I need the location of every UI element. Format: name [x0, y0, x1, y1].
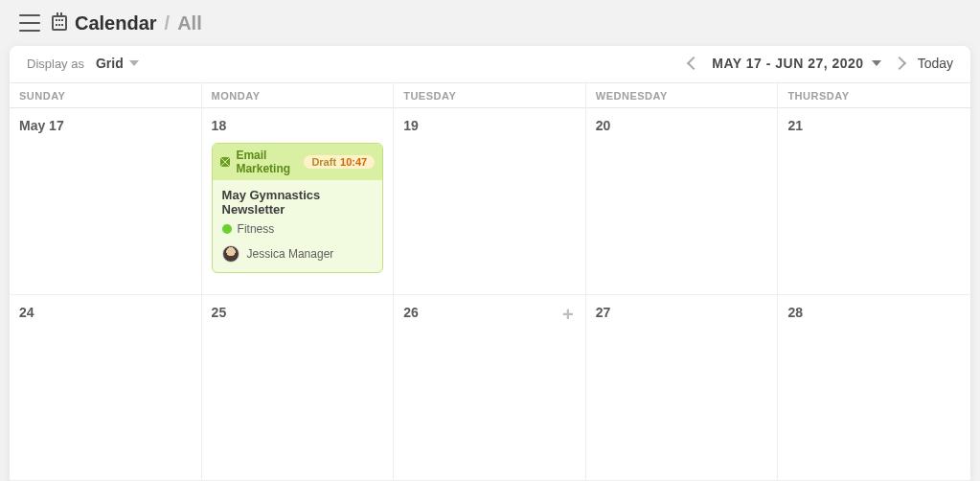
day-cell[interactable]: 28: [778, 295, 970, 482]
calendar-icon: [52, 15, 67, 31]
display-as-control[interactable]: Display as Grid: [27, 56, 139, 71]
event-channel: Email Marketing: [236, 149, 304, 175]
day-cell[interactable]: 24: [10, 295, 202, 482]
display-as-label: Display as: [27, 57, 84, 71]
day-number: May 17: [19, 118, 192, 133]
day-number: 19: [403, 118, 576, 133]
weekday-header: WEDNESDAY: [586, 83, 779, 108]
page-subtitle: All: [177, 12, 202, 34]
day-cell[interactable]: 21: [778, 108, 970, 295]
event-status-badge: Draft 10:47: [304, 155, 375, 169]
calendar-grid: SUNDAY MONDAY TUESDAY WEDNESDAY THURSDAY…: [10, 83, 970, 481]
calendar-toolbar: Display as Grid MAY 17 - JUN 27, 2020 To…: [10, 46, 970, 83]
weekday-header: MONDAY: [202, 83, 395, 108]
day-number: 21: [787, 118, 961, 133]
week-row: May 17 18 Email Marketing Draft 10:47: [10, 108, 970, 295]
today-button[interactable]: Today: [918, 56, 953, 71]
day-number: 20: [596, 118, 768, 133]
display-as-value: Grid: [96, 56, 124, 71]
tag-color-dot: [222, 224, 232, 234]
weekday-header: TUESDAY: [394, 83, 586, 108]
day-number: 24: [19, 305, 192, 320]
calendar-nav: MAY 17 - JUN 27, 2020 Today: [689, 56, 953, 71]
page-title: Calendar: [75, 12, 157, 34]
envelope-icon: [220, 157, 231, 167]
day-cell[interactable]: 18 Email Marketing Draft 10:47: [202, 108, 395, 295]
event-header: Email Marketing Draft 10:47: [213, 144, 383, 180]
day-cell[interactable]: 25: [202, 295, 395, 482]
event-tag: Fitness: [222, 222, 374, 236]
day-cell[interactable]: 19: [394, 108, 586, 295]
date-range-label: MAY 17 - JUN 27, 2020: [712, 56, 863, 71]
calendar-event[interactable]: Email Marketing Draft 10:47 May Gymnasti…: [212, 143, 384, 273]
week-row: 24 25 26 + 27 28: [10, 295, 970, 482]
event-time: 10:47: [340, 156, 367, 168]
display-as-select[interactable]: Grid: [96, 56, 139, 71]
page-title-group: Calendar / All: [52, 12, 202, 34]
breadcrumb-separator: /: [165, 12, 171, 34]
day-cell[interactable]: 27: [586, 295, 779, 482]
calendar-card: Display as Grid MAY 17 - JUN 27, 2020 To…: [10, 46, 970, 481]
chevron-down-icon: [872, 60, 881, 66]
event-body: May Gymnastics Newsletter Fitness Jessic…: [213, 180, 383, 272]
add-event-button[interactable]: +: [562, 305, 574, 324]
day-number: 28: [787, 305, 961, 320]
event-tag-label: Fitness: [238, 222, 275, 236]
day-cell[interactable]: 26 +: [394, 295, 586, 482]
menu-icon[interactable]: [19, 14, 40, 32]
next-range-button[interactable]: [893, 57, 906, 70]
day-number: 27: [596, 305, 768, 320]
weekday-header: THURSDAY: [778, 83, 970, 108]
weekday-header-row: SUNDAY MONDAY TUESDAY WEDNESDAY THURSDAY: [10, 83, 970, 108]
avatar: [222, 245, 239, 263]
date-range-picker[interactable]: MAY 17 - JUN 27, 2020: [712, 56, 880, 71]
event-status: Draft: [311, 156, 336, 168]
event-owner-name: Jessica Manager: [247, 247, 334, 261]
event-title: May Gymnastics Newsletter: [222, 188, 374, 217]
day-number: 25: [212, 305, 384, 320]
prev-range-button[interactable]: [687, 57, 700, 70]
day-cell[interactable]: May 17: [10, 108, 202, 295]
weekday-header: SUNDAY: [10, 83, 202, 108]
chevron-down-icon: [129, 60, 139, 66]
day-number: 26: [403, 305, 576, 320]
day-cell[interactable]: 20: [586, 108, 779, 295]
day-number: 18: [212, 118, 384, 133]
topbar: Calendar / All: [0, 0, 980, 46]
event-owner: Jessica Manager: [222, 245, 374, 263]
